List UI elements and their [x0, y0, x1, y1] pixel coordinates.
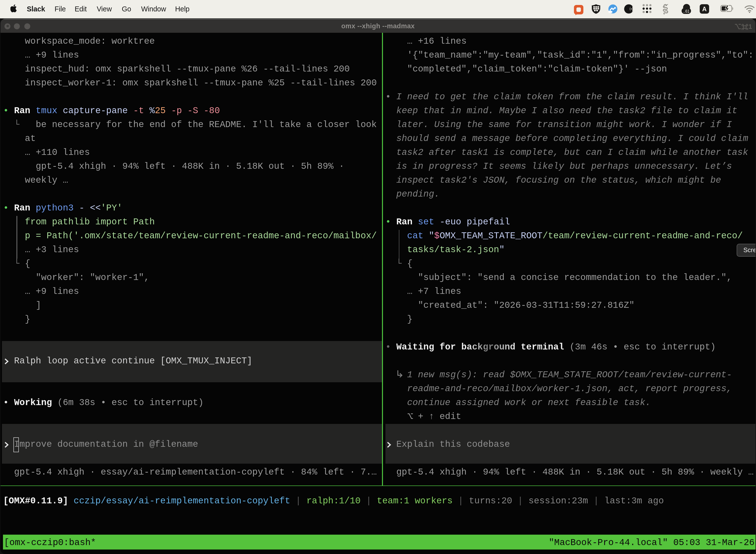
svg-text:..61: ..61: [683, 9, 690, 13]
svg-text:A: A: [702, 5, 707, 12]
